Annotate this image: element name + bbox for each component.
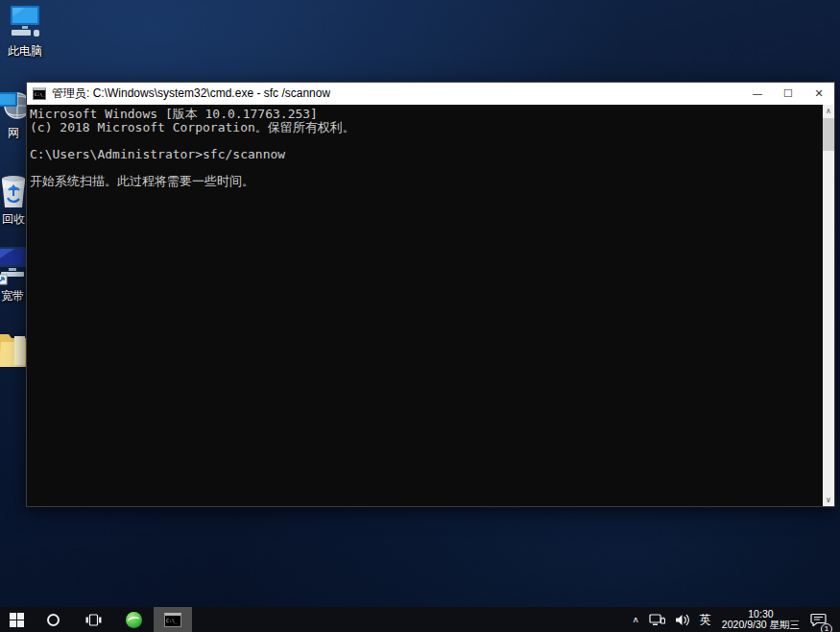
desktop-icon-this-pc[interactable]: 此电脑 — [0, 5, 50, 60]
console-scrollbar[interactable]: ∧ ∨ — [823, 105, 834, 506]
window-titlebar[interactable]: C:\_ 管理员: C:\Windows\system32\cmd.exe - … — [27, 83, 834, 105]
clock[interactable]: 10:30 2020/9/30 星期三 — [716, 609, 805, 630]
ime-language-button[interactable]: 英 — [695, 607, 716, 632]
desktop-icon-label: 此电脑 — [8, 43, 42, 60]
desktop-icon-label: 回收 — [2, 211, 25, 228]
desktop-icon-label: 网 — [8, 125, 19, 141]
clock-date: 2020/9/30 星期三 — [722, 620, 800, 630]
desktop-wallpaper: 此电脑 网 回收 宽带 — [0, 0, 840, 632]
maximize-button[interactable]: ☐ — [773, 83, 804, 105]
close-button[interactable]: ✕ — [804, 83, 834, 105]
ethernet-icon — [649, 614, 665, 626]
cmd-window: C:\_ 管理员: C:\Windows\system32\cmd.exe - … — [26, 82, 835, 507]
system-tray: ∧ 英 10:30 2020/9/30 星期三 — [628, 607, 840, 632]
scroll-down-icon[interactable]: ∨ — [823, 494, 834, 506]
start-button[interactable] — [0, 607, 33, 632]
taskbar: C:\_ ∧ 英 10:30 2020/9/30 — [0, 607, 840, 632]
task-view-button[interactable] — [73, 607, 113, 632]
windows-logo-icon — [10, 613, 24, 627]
scroll-up-icon[interactable]: ∧ — [823, 105, 834, 117]
notification-count-badge: 1 — [821, 623, 832, 632]
green-browser-button[interactable] — [113, 607, 154, 632]
cortana-search-button[interactable] — [33, 607, 73, 632]
network-tray-button[interactable] — [644, 607, 670, 632]
window-title: 管理员: C:\Windows\system32\cmd.exe - sfc /… — [52, 85, 330, 102]
console-output-area[interactable]: Microsoft Windows [版本 10.0.17763.253] (c… — [27, 105, 823, 506]
action-center-button[interactable]: 1 — [805, 607, 834, 632]
show-hidden-icons-chevron[interactable]: ∧ — [628, 609, 644, 630]
window-controls: — ☐ ✕ — [742, 83, 834, 105]
green-browser-icon — [126, 612, 142, 628]
task-view-icon — [85, 614, 102, 626]
cmd-taskbar-icon: C:\_ — [164, 613, 181, 627]
cortana-circle-icon — [47, 614, 60, 626]
desktop-icon-label: 宽带 — [1, 288, 24, 304]
console-text: Microsoft Windows [版本 10.0.17763.253] (c… — [27, 105, 823, 188]
taskbar-cmd-button-active[interactable]: C:\_ — [154, 607, 192, 632]
this-pc-icon — [6, 5, 44, 41]
minimize-button[interactable]: — — [742, 83, 773, 105]
speaker-icon — [675, 614, 690, 626]
cmd-window-icon: C:\_ — [33, 87, 46, 100]
volume-tray-button[interactable] — [670, 607, 695, 632]
scrollbar-thumb[interactable] — [823, 118, 834, 151]
